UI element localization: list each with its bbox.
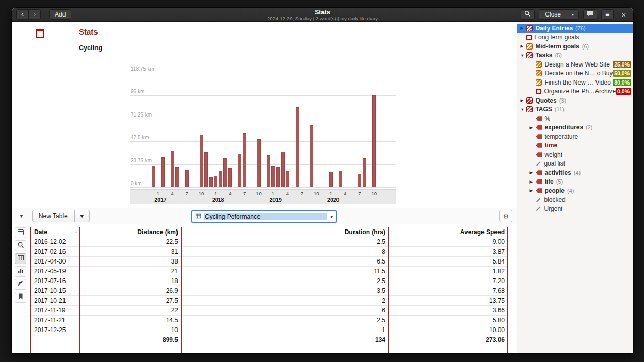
- tree-item-temperature[interactable]: temperature: [517, 132, 633, 141]
- cell-duration[interactable]: 2.5: [181, 237, 389, 246]
- cell-avg-speed[interactable]: 5.80: [389, 315, 508, 325]
- cell-date[interactable]: 2017-07-16: [31, 276, 80, 286]
- cell-distance[interactable]: 22.5: [80, 237, 181, 246]
- cell-date[interactable]: 2017-11-21: [31, 315, 80, 325]
- panel-collapse-button[interactable]: ▼: [16, 210, 27, 222]
- tree-item-life[interactable]: ▶life(5): [517, 177, 633, 187]
- cell-date[interactable]: 2017-10-21: [31, 295, 80, 305]
- cell-duration[interactable]: 2.5: [181, 276, 389, 286]
- cell-avg-speed[interactable]: 3.66: [389, 305, 508, 315]
- cell-avg-speed[interactable]: 5.84: [389, 256, 508, 266]
- cell-distance[interactable]: 10: [80, 325, 181, 335]
- expander-icon[interactable]: ▶: [529, 126, 536, 130]
- tree-item-long-term-goals[interactable]: Long term goals: [517, 33, 633, 42]
- expander-icon[interactable]: ▶: [520, 44, 526, 48]
- cell-distance[interactable]: 38: [80, 256, 181, 266]
- chart-view-button[interactable]: [15, 266, 26, 277]
- tree-item-tags[interactable]: ▼TAGS(11): [517, 105, 633, 114]
- paint-view-button[interactable]: [15, 279, 26, 290]
- expander-icon[interactable]: ▶: [529, 171, 536, 175]
- table-row[interactable]: 2017-12-2510110.00: [31, 325, 508, 335]
- cell-duration[interactable]: 6: [181, 305, 389, 315]
- cell-avg-speed[interactable]: 1.82: [389, 266, 508, 276]
- expander-icon[interactable]: ▶: [529, 189, 536, 193]
- cell-duration[interactable]: 3.5: [181, 286, 389, 295]
- window-close-button[interactable]: ×: [619, 10, 629, 19]
- table-row[interactable]: 2017-05-192111.51.82: [31, 266, 508, 276]
- tree-item-mid-term-goals[interactable]: ▶Mid-term goals(6): [517, 42, 633, 51]
- table-settings-button[interactable]: ⚙: [499, 210, 512, 222]
- table-row[interactable]: 2017-10-1526.93.57.68: [31, 286, 508, 295]
- cell-date[interactable]: 2017-02-16: [31, 246, 80, 256]
- new-table-dropdown-button[interactable]: ▼: [74, 210, 90, 222]
- tree-item-percent[interactable]: %: [517, 114, 633, 123]
- tree-item-quotes[interactable]: ▶Quotes(3): [517, 96, 633, 105]
- cell-distance[interactable]: 27.5: [80, 295, 181, 305]
- cell-duration[interactable]: 8: [181, 246, 389, 256]
- cell-duration[interactable]: 1: [181, 325, 389, 335]
- close-dropdown-button[interactable]: ▼: [567, 9, 579, 20]
- cell-distance[interactable]: 31: [80, 246, 181, 256]
- search-view-button[interactable]: [15, 240, 26, 251]
- cell-date[interactable]: 2017-10-15: [31, 286, 80, 295]
- tree-item-blocked[interactable]: blocked: [517, 195, 633, 205]
- cell-distance[interactable]: 22: [80, 305, 181, 315]
- menu-button[interactable]: ≡: [601, 9, 614, 20]
- tree-item-tasks[interactable]: ▼Tasks(5): [517, 51, 633, 60]
- tree-item-decide-on-the-n-o-buy[interactable]: Decide on the N… o Buy50,0%: [517, 69, 633, 78]
- nav-forward-button[interactable]: ›: [28, 9, 41, 20]
- tree-item-urgent[interactable]: Urgent: [517, 204, 633, 213]
- nav-back-button[interactable]: ‹: [16, 9, 28, 20]
- cell-duration[interactable]: 2.5: [181, 315, 389, 325]
- calendar-view-button[interactable]: [15, 227, 26, 238]
- tree-item-activities[interactable]: ▶activities(4): [517, 168, 633, 177]
- tree-item-expenditures[interactable]: ▶expenditures(2): [517, 123, 633, 133]
- tree-item-time[interactable]: time: [517, 141, 633, 151]
- cell-avg-speed[interactable]: 7.68: [389, 286, 508, 295]
- add-button[interactable]: Add: [49, 9, 71, 20]
- cell-avg-speed[interactable]: 13.75: [389, 295, 508, 305]
- tree-item-finish-the-new-video[interactable]: Finish the New … Video80,0%: [517, 78, 633, 87]
- tree-item-daily-entries[interactable]: ▶Daily Entries(76): [517, 24, 633, 33]
- expander-icon[interactable]: ▶: [520, 98, 526, 103]
- column-header-duration[interactable]: Duration (hrs): [181, 227, 389, 237]
- expander-icon[interactable]: ▶: [520, 26, 526, 30]
- column-header-distance[interactable]: Distance (km): [80, 227, 181, 237]
- cell-duration[interactable]: 6.5: [181, 256, 389, 266]
- cell-avg-speed[interactable]: 9.00: [389, 237, 508, 246]
- tree-item-design-a-new-web-site[interactable]: Design a New Web Site25,0%: [517, 60, 633, 69]
- search-button[interactable]: [521, 9, 535, 20]
- table-selector-combobox[interactable]: Cycling Peformance ▼: [191, 210, 337, 223]
- cell-duration[interactable]: 11.5: [181, 266, 389, 276]
- table-row[interactable]: 2017-11-2114.52.55.80: [31, 315, 508, 325]
- cell-date[interactable]: 2017-04-30: [31, 256, 80, 266]
- cell-date[interactable]: 2017-12-25: [31, 325, 80, 335]
- close-diary-button[interactable]: Close: [539, 9, 567, 20]
- cell-avg-speed[interactable]: 10.00: [389, 325, 508, 335]
- tree-item-goal-list[interactable]: goal list: [517, 159, 633, 169]
- expander-icon[interactable]: ▼: [520, 108, 526, 112]
- expander-icon[interactable]: ▶: [529, 180, 536, 184]
- column-header-avg-speed[interactable]: Average Speed: [389, 227, 508, 237]
- cell-distance[interactable]: 18: [80, 276, 181, 286]
- cell-duration[interactable]: 2: [181, 295, 389, 305]
- table-view-button[interactable]: [15, 253, 26, 264]
- comment-button[interactable]: [583, 9, 597, 20]
- table-row[interactable]: 2017-02-163183.87: [31, 246, 508, 256]
- table-row[interactable]: 2017-10-2127.5213.75: [31, 295, 508, 305]
- bookmark-view-button[interactable]: [15, 292, 26, 303]
- table-row[interactable]: 2017-11-192263.66: [31, 305, 508, 315]
- new-table-button[interactable]: New Table: [32, 210, 74, 222]
- editor-pane[interactable]: Stats Cycling 0 km23.75 km47.5 km71.25 k…: [12, 22, 517, 208]
- expander-icon[interactable]: ▼: [520, 54, 526, 58]
- tree-item-people[interactable]: ▶people(4): [517, 186, 633, 195]
- cell-distance[interactable]: 14.5: [80, 315, 181, 325]
- cell-avg-speed[interactable]: 3.87: [389, 246, 508, 256]
- cell-avg-speed[interactable]: 7.20: [389, 276, 508, 286]
- cell-distance[interactable]: 21: [80, 266, 181, 276]
- column-header-date[interactable]: Date↓: [31, 227, 80, 237]
- table-row[interactable]: 2017-07-16182.57.20: [31, 276, 508, 286]
- cell-date[interactable]: 2016-12-02: [31, 237, 80, 246]
- cell-date[interactable]: 2017-11-19: [31, 305, 80, 315]
- table-row[interactable]: 2017-04-30386.55.84: [31, 256, 508, 266]
